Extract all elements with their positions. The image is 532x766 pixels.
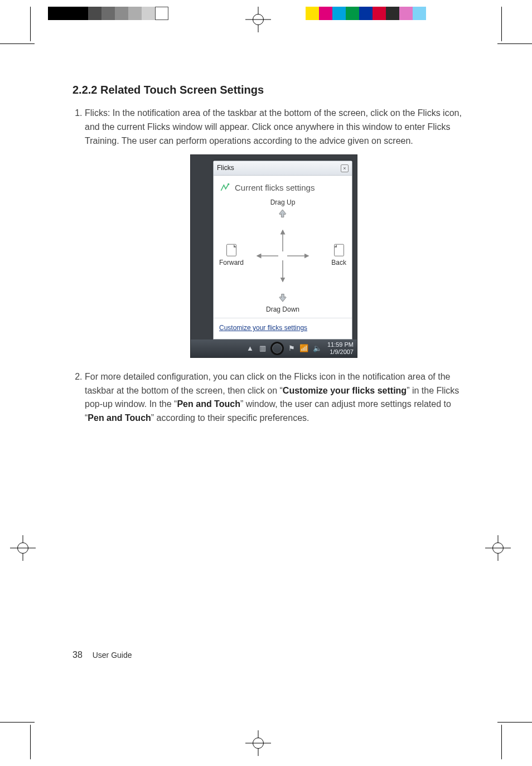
flicks-window: Flicks × Current flicks settings [213,161,352,339]
page-back-icon [334,244,344,256]
flick-up: Drag Up [270,197,296,219]
trim-mark [0,722,35,723]
bold-text: Pen and Touch [88,413,151,423]
print-registration-color [306,7,426,20]
registration-cross-left [10,535,36,561]
item-text-part: ” according to their specific preference… [151,413,309,423]
print-registration-grayscale [48,7,168,20]
customize-flicks-link[interactable]: Customize your flicks settings [214,318,352,339]
flag-icon[interactable]: ⚑ [288,343,295,354]
system-tray: ▥ ⚑ 📶 🔈 [259,342,322,355]
arrow-cross-icon [249,222,316,289]
flicks-window-title: Flicks [217,163,234,173]
trim-mark [0,43,35,44]
trim-mark [497,722,532,723]
volume-icon[interactable]: 🔈 [313,343,322,354]
trim-mark [30,7,31,41]
clock-time: 11:59 PM [327,341,354,348]
taskbar: ▲ ▥ ⚑ 📶 🔈 11:59 PM 1/9/2007 [191,340,357,357]
flicks-diagram: Drag Up Forward Back [219,197,346,314]
flick-forward: Forward [219,244,244,268]
flick-back: Back [331,244,346,268]
registration-cross-right [485,535,511,561]
page-content: 2.2.2 Related Touch Screen Settings Flic… [72,84,463,434]
hand-down-icon [278,293,288,303]
list-item: For more detailed configuration, you can… [85,370,463,425]
bold-text: Customize your flicks setting [283,386,407,395]
page-forward-icon [226,244,236,256]
list-item: Flicks: In the notification area of the … [85,106,463,358]
svg-point-0 [228,183,229,185]
section-heading: 2.2.2 Related Touch Screen Settings [72,84,463,96]
instruction-list: Flicks: In the notification area of the … [72,106,463,425]
section-title: Related Touch Screen Settings [100,84,264,96]
registration-cross-bottom [245,730,271,756]
trim-mark [501,725,502,759]
flicks-icon [219,182,230,193]
trim-mark [497,43,532,44]
trim-mark [30,725,31,759]
item-text: Flicks: In the notification area of the … [85,108,462,146]
flicks-titlebar: Flicks × [214,161,352,176]
flick-down: Drag Down [266,293,299,315]
clock-date: 1/9/2007 [327,348,354,356]
page-number: 38 [72,650,83,660]
screenshot-flicks: Flicks × Current flicks settings [190,154,357,357]
current-settings-label: Current flicks settings [235,181,315,194]
tray-icon[interactable]: ▥ [259,343,266,354]
close-icon[interactable]: × [341,164,349,172]
bold-text: Pen and Touch [177,399,240,409]
flicks-body: Current flicks settings Drag Up [214,176,352,318]
registration-cross-top [245,7,271,32]
trim-mark [501,7,502,41]
footer-label: User Guide [93,651,132,660]
page-footer: 38 User Guide [72,650,132,660]
flicks-tray-icon-highlight[interactable] [270,342,284,355]
section-number: 2.2.2 [72,84,97,96]
tray-expand-icon[interactable]: ▲ [246,343,254,354]
network-icon[interactable]: 📶 [299,343,308,354]
hand-up-icon [278,208,288,218]
current-settings-row: Current flicks settings [219,181,346,194]
taskbar-clock[interactable]: 11:59 PM 1/9/2007 [327,341,354,356]
